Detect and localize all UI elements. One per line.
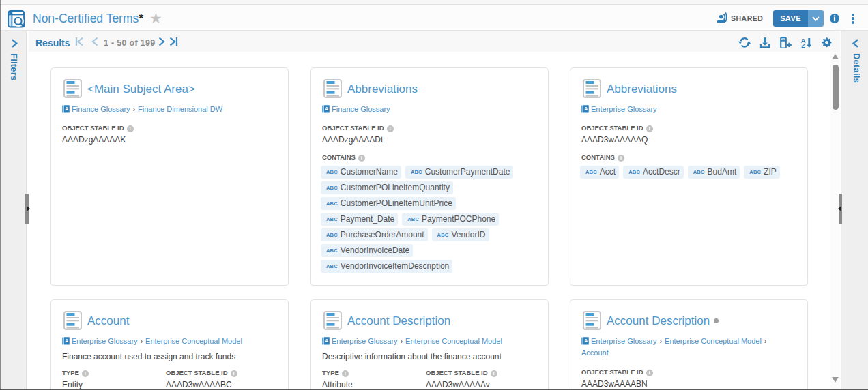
svg-text:A: A	[584, 338, 588, 343]
svg-text:A: A	[65, 106, 68, 111]
svg-text:A: A	[325, 338, 328, 343]
svg-text:A: A	[584, 106, 588, 111]
svg-text:A: A	[325, 106, 328, 111]
svg-text:Z: Z	[801, 42, 805, 48]
svg-text:A: A	[65, 338, 68, 343]
